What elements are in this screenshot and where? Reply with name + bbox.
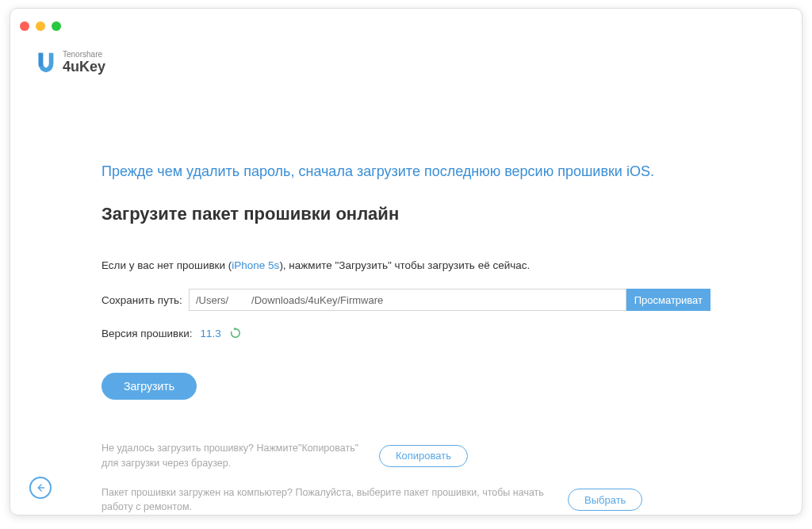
version-value: 11.3 [200, 328, 220, 339]
brand-small: Tenorshare [63, 51, 105, 59]
maximize-icon[interactable] [52, 21, 61, 31]
copy-row: Не удалось загрузить прошивку? Нажмите"К… [102, 441, 710, 471]
close-icon[interactable] [20, 21, 29, 31]
svg-rect-0 [39, 53, 44, 67]
save-path-row: Сохранить путь: Просматриват [102, 289, 710, 311]
select-row: Пакет прошивки загружен на компьютер? По… [102, 485, 710, 516]
select-hint-text: Пакет прошивки загружен на компьютер? По… [102, 485, 546, 516]
minimize-icon[interactable] [36, 21, 45, 31]
refresh-icon[interactable] [229, 327, 242, 339]
device-link[interactable]: iPhone 5s [232, 259, 279, 271]
no-firmware-prefix: Если у вас нет прошивки ( [102, 259, 232, 271]
copy-hint-text: Не удалось загрузить прошивку? Нажмите"К… [102, 441, 363, 471]
no-firmware-text: Если у вас нет прошивки (iPhone 5s), наж… [102, 259, 710, 271]
window-controls [20, 21, 61, 31]
info-banner: Прежде чем удалить пароль, сначала загру… [102, 163, 710, 180]
version-label: Версия прошивки: [102, 328, 192, 339]
logo-icon [34, 50, 58, 74]
titlebar [10, 9, 802, 40]
save-path-input[interactable] [189, 289, 626, 311]
page-heading: Загрузите пакет прошивки онлайн [102, 204, 710, 224]
save-path-label: Сохранить путь: [102, 294, 189, 306]
main-content: Прежде чем удалить пароль, сначала загру… [102, 163, 710, 516]
firmware-version-row: Версия прошивки: 11.3 [102, 327, 710, 339]
arrow-left-icon [35, 482, 46, 493]
brand-name: 4uKey [63, 59, 105, 74]
browse-button[interactable]: Просматриват [626, 289, 710, 311]
app-logo: Tenorshare 4uKey [34, 50, 105, 74]
app-window: Tenorshare 4uKey Прежде чем удалить паро… [10, 8, 802, 516]
no-firmware-suffix: ), нажмите "Загрузить" чтобы загрузить е… [279, 259, 530, 271]
back-button[interactable] [29, 477, 52, 499]
select-button[interactable]: Выбрать [568, 489, 642, 511]
copy-button[interactable]: Копировать [379, 445, 468, 467]
download-button[interactable]: Загрузить [102, 373, 197, 400]
